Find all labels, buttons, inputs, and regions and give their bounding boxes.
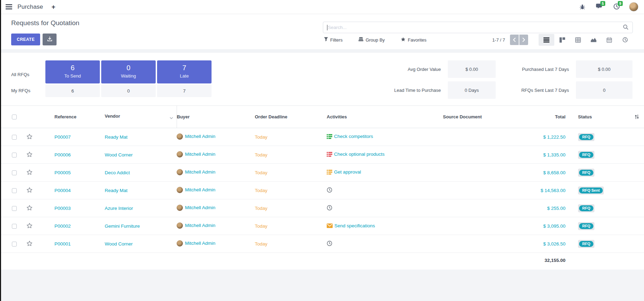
vendor-link[interactable]: Wood Corner	[105, 152, 133, 157]
star-favorite-button[interactable]	[22, 134, 32, 139]
activity-link[interactable]: Send specifications	[327, 223, 375, 228]
column-header-status[interactable]: Status	[578, 106, 630, 128]
buyer-link[interactable]: Mitchell Admin	[185, 134, 215, 139]
vendor-link[interactable]: Wood Corner	[105, 241, 133, 247]
column-header-buyer[interactable]: Buyer	[177, 106, 255, 128]
total-amount: $ 14,563.00	[541, 188, 565, 193]
table-row[interactable]: P00001 Wood Corner Mitchell Admin Today	[0, 235, 644, 253]
view-pivot-button[interactable]	[570, 34, 586, 46]
activity-link[interactable]: Check competitors	[327, 134, 373, 139]
row-checkbox[interactable]	[12, 224, 17, 229]
row-checkbox[interactable]	[12, 153, 17, 157]
vendor-link[interactable]: Gemini Furniture	[105, 223, 140, 229]
apps-menu-icon[interactable]	[6, 4, 12, 9]
pager-next-button[interactable]	[519, 35, 528, 45]
source-document-cell	[443, 164, 536, 182]
search-bar[interactable]: Search...	[323, 22, 633, 33]
activity-link[interactable]	[327, 187, 334, 193]
row-checkbox[interactable]	[12, 242, 17, 247]
column-header-total[interactable]: Total	[536, 106, 578, 128]
reference-link[interactable]: P00006	[54, 152, 71, 157]
status-badge-label: RFQ	[579, 134, 593, 140]
optional-columns-button[interactable]	[630, 114, 644, 119]
pager-range[interactable]: 1-7 / 7	[492, 37, 505, 43]
status-badge: RFQ	[578, 151, 594, 159]
buyer-avatar	[177, 151, 183, 157]
table-row[interactable]: P00006 Wood Corner Mitchell Admin Today	[0, 146, 644, 164]
activity-link[interactable]: Check optional products	[327, 152, 385, 157]
row-checkbox[interactable]	[12, 135, 17, 140]
kpi-card-late[interactable]: 7 Late	[157, 60, 212, 83]
pager-previous-button[interactable]	[510, 35, 519, 45]
filters-button[interactable]: Filters	[324, 37, 342, 43]
view-kanban-button[interactable]	[554, 34, 570, 46]
column-header-source-document[interactable]: Source Document	[443, 106, 536, 128]
buyer-link[interactable]: Mitchell Admin	[185, 169, 215, 175]
reference-link[interactable]: P00005	[54, 170, 71, 175]
vendor-link[interactable]: Ready Mat	[105, 188, 127, 193]
group-by-button[interactable]: Group By	[358, 37, 385, 43]
activity-link[interactable]	[327, 205, 334, 211]
star-favorite-button[interactable]	[22, 241, 32, 246]
row-checkbox[interactable]	[12, 206, 17, 211]
table-row[interactable]: P00003 Azure Interior Mitchell Admin Tod…	[0, 199, 644, 217]
buyer-link[interactable]: Mitchell Admin	[185, 205, 215, 210]
activity-link[interactable]: Get approval	[327, 169, 361, 175]
vendor-link[interactable]: Deco Addict	[105, 170, 130, 175]
activities-menu[interactable]: 9	[613, 3, 620, 11]
buyer-link[interactable]: Mitchell Admin	[185, 187, 215, 192]
create-button[interactable]: CREATE	[11, 34, 40, 45]
table-row[interactable]: P00002 Gemini Furniture Mitchell Admin T…	[0, 217, 644, 235]
star-favorite-button[interactable]	[22, 152, 32, 157]
star-favorite-button[interactable]	[22, 205, 32, 211]
column-header-activities[interactable]: Activities	[327, 106, 443, 128]
stat-label-avg-order: Avg Order Value	[388, 67, 441, 72]
star-favorite-button[interactable]	[22, 169, 32, 175]
status-badge-label: RFQ	[579, 223, 593, 229]
new-tab-button[interactable]: +	[51, 3, 55, 11]
select-all-checkbox[interactable]	[12, 115, 17, 119]
vendor-link[interactable]: Azure Interior	[105, 206, 133, 211]
reference-link[interactable]: P00004	[54, 188, 71, 193]
search-input[interactable]: Search...	[328, 25, 623, 30]
export-button[interactable]	[43, 34, 57, 45]
table-row[interactable]: P00005 Deco Addict Mitchell Admin Today	[0, 164, 644, 182]
vendor-link[interactable]: Ready Mat	[105, 134, 127, 140]
source-document-cell	[443, 217, 536, 235]
star-favorite-button[interactable]	[22, 223, 32, 228]
activity-link[interactable]	[327, 241, 334, 246]
view-calendar-button[interactable]	[601, 34, 617, 46]
kpi-my-late[interactable]: 7	[157, 85, 212, 97]
debug-bug-icon[interactable]	[579, 4, 585, 10]
row-checkbox[interactable]	[12, 188, 17, 193]
reference-link[interactable]: P00003	[54, 206, 71, 211]
kpi-card-to-send[interactable]: 6 To Send	[45, 60, 100, 83]
search-icon[interactable]	[623, 24, 629, 31]
buyer-link[interactable]: Mitchell Admin	[185, 152, 215, 157]
source-document-cell	[443, 235, 536, 253]
buyer-link[interactable]: Mitchell Admin	[185, 241, 215, 246]
reference-link[interactable]: P00007	[54, 134, 71, 140]
app-name[interactable]: Purchase	[17, 3, 43, 10]
table-row[interactable]: P00004 Ready Mat Mitchell Admin Today	[0, 182, 644, 199]
messages-menu[interactable]: 5	[596, 3, 603, 10]
view-activity-button[interactable]	[617, 34, 633, 46]
buyer-link[interactable]: Mitchell Admin	[185, 223, 215, 228]
column-header-vendor[interactable]: Vendor	[105, 106, 177, 128]
favorites-button[interactable]: Favorites	[401, 37, 426, 43]
row-checkbox[interactable]	[12, 170, 17, 175]
view-list-button[interactable]	[539, 34, 554, 46]
kpi-my-waiting[interactable]: 0	[101, 85, 156, 97]
order-deadline-text: Today	[255, 223, 267, 229]
reference-link[interactable]: P00002	[54, 223, 71, 229]
view-graph-button[interactable]	[586, 34, 601, 46]
reference-link[interactable]: P00001	[54, 241, 71, 247]
table-row[interactable]: P00007 Ready Mat Mitchell Admin Today	[0, 128, 644, 146]
kpi-my-to-send[interactable]: 6	[45, 85, 100, 97]
status-badge-label: RFQ	[579, 152, 593, 158]
user-avatar[interactable]	[629, 2, 638, 12]
column-header-order-deadline[interactable]: Order Deadline	[255, 106, 327, 128]
column-header-reference[interactable]: Reference	[42, 106, 105, 128]
kpi-card-waiting[interactable]: 0 Waiting	[101, 60, 156, 83]
star-favorite-button[interactable]	[22, 187, 32, 193]
